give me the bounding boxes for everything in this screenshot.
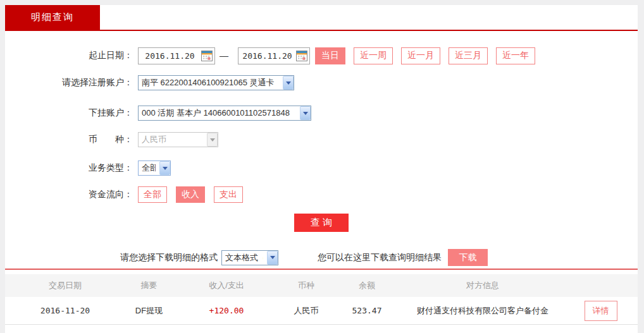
tab-label: 明细查询	[31, 11, 74, 23]
header-balance: 余额	[332, 280, 402, 291]
header-counterparty: 对方信息	[402, 280, 564, 291]
register-account-value: 南平 6222001406100921065 灵通卡	[142, 77, 279, 88]
register-account-label: 请选择注册账户：	[5, 77, 133, 88]
quick-range-today-button[interactable]: 当日	[315, 47, 345, 64]
register-account-row: 请选择注册账户： 南平 6222001406100921065 灵通卡	[5, 75, 638, 90]
dropdown-arrow-icon[interactable]	[300, 106, 311, 120]
start-date-input[interactable]: 2016.11.20	[138, 47, 215, 64]
download-row: 请您选择下载明细的格式 文本格式（.txt） 您可以在这里下载查询明细结果 下载	[5, 249, 638, 266]
header-summary: 摘要	[125, 280, 173, 291]
end-date-input[interactable]: 2016.11.20	[238, 47, 310, 64]
currency-row: 币 种： 人民币	[5, 132, 638, 147]
register-account-select[interactable]: 南平 6222001406100921065 灵通卡	[138, 75, 294, 90]
table-header-row: 交易日期 摘要 收入/支出 币种 余额 对方信息	[5, 274, 638, 297]
quick-range-year-button[interactable]: 近一年	[496, 47, 535, 64]
sub-account-label: 下挂账户：	[5, 107, 133, 119]
cell-income-expense: +120.00	[173, 306, 280, 315]
end-date-value: 2016.11.20	[238, 51, 296, 61]
quick-range-quarter-button[interactable]: 近三月	[449, 47, 488, 64]
date-range-row: 起止日期： 2016.11.20 — 2016.11.20	[5, 47, 638, 64]
currency-value: 人民币	[142, 134, 203, 145]
download-format-value: 文本格式（.txt）	[225, 252, 263, 263]
fund-flow-all-button[interactable]: 全部	[138, 186, 167, 203]
business-type-row: 业务类型： 全部	[5, 160, 638, 176]
quick-range-month-button[interactable]: 近一月	[401, 47, 440, 64]
calendar-icon[interactable]	[201, 51, 213, 61]
fund-flow-row: 资金流向： 全部 收入 支出	[5, 186, 638, 203]
calendar-icon[interactable]	[296, 51, 307, 61]
sub-account-select[interactable]: 000 活期 基本户 1406600101102571848	[138, 106, 311, 121]
start-date-value: 2016.11.20	[139, 51, 201, 61]
header-currency: 币种	[280, 280, 332, 291]
quick-range-week-button[interactable]: 近一周	[354, 47, 393, 64]
fund-flow-buttons: 全部 收入 支出	[138, 186, 243, 203]
header-transaction-date: 交易日期	[5, 280, 125, 291]
dropdown-arrow-icon[interactable]	[267, 251, 278, 265]
business-type-value: 全部	[142, 162, 156, 174]
business-type-select[interactable]: 全部	[138, 160, 171, 176]
cell-transaction-date: 2016-11-20	[5, 306, 125, 315]
fund-flow-income-button[interactable]: 收入	[176, 186, 205, 203]
dropdown-arrow-icon[interactable]	[159, 161, 170, 175]
currency-label: 币 种：	[5, 134, 133, 145]
download-format-select[interactable]: 文本格式（.txt）	[221, 250, 278, 265]
dropdown-arrow-icon	[207, 133, 218, 147]
header-income-expense: 收入/支出	[173, 280, 280, 291]
cell-currency: 人民币	[280, 305, 332, 317]
download-hint-text: 您可以在这里下载查询明细结果	[318, 252, 442, 263]
table-row: 2016-11-20 DF提现 +120.00 人民币 523.47 财付通支付…	[5, 297, 638, 325]
date-range-label: 起止日期：	[5, 50, 133, 61]
cell-counterparty: 财付通支付科技有限公司客户备付金	[402, 305, 564, 317]
content-panel: 明细查询 起止日期： 2016.11.20 — 2016.11.20	[5, 5, 638, 333]
download-format-label: 请您选择下载明细的格式	[120, 252, 218, 263]
tab-detail-query[interactable]: 明细查询	[5, 5, 100, 30]
cell-balance: 523.47	[332, 306, 402, 315]
currency-select-disabled: 人民币	[138, 132, 218, 147]
dropdown-arrow-icon[interactable]	[283, 76, 294, 90]
detail-button[interactable]: 详情	[585, 301, 617, 321]
cell-summary: DF提现	[125, 305, 173, 317]
sub-account-value: 000 活期 基本户 1406600101102571848	[142, 107, 296, 119]
fund-flow-expense-button[interactable]: 支出	[214, 186, 243, 203]
download-button[interactable]: 下载	[448, 249, 488, 266]
tab-underline	[5, 30, 638, 31]
query-button[interactable]: 查询	[294, 214, 349, 232]
date-range-separator: —	[220, 51, 228, 61]
quick-range-buttons: 当日 近一周 近一月 近三月 近一年	[315, 47, 535, 64]
table-top-separator	[5, 269, 638, 270]
sub-account-row: 下挂账户： 000 活期 基本户 1406600101102571848	[5, 106, 638, 121]
fund-flow-label: 资金流向：	[5, 189, 133, 200]
business-type-label: 业务类型：	[5, 162, 133, 174]
